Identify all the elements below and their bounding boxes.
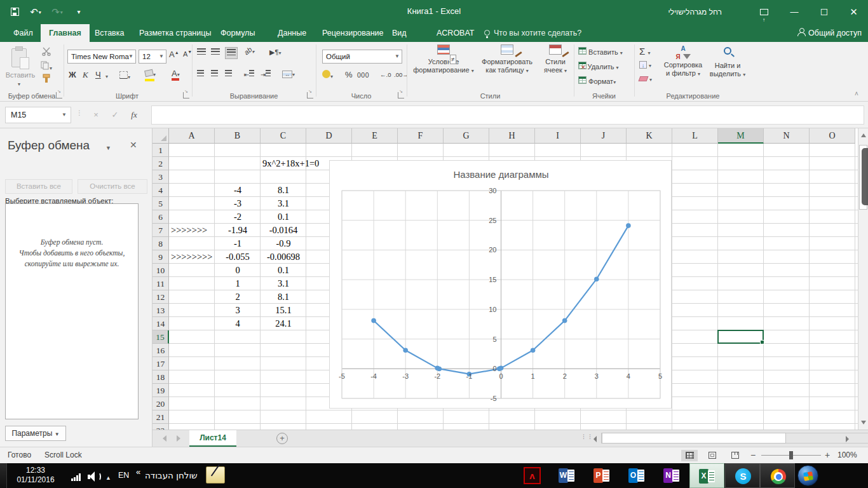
alignment-dialog-launcher[interactable] (307, 92, 313, 98)
cell-B5[interactable]: -3 (215, 197, 261, 210)
autosum-button[interactable]: Σ ▾ (639, 46, 650, 57)
column-header-A[interactable]: A (169, 128, 215, 144)
paste-all-button[interactable]: Вставить все (5, 179, 72, 194)
tabbar-splitter[interactable]: ⋮⋮ (581, 433, 593, 440)
cell-B12[interactable]: 2 (215, 290, 261, 304)
cell-B7[interactable]: -1.94 (215, 224, 261, 237)
cell-C12[interactable]: 8.1 (261, 290, 306, 304)
italic-button[interactable]: К (83, 70, 88, 80)
orientation-button[interactable]: ab▾ (244, 47, 254, 55)
row-header-16[interactable]: 16 (153, 344, 169, 357)
column-header-N[interactable]: N (764, 128, 810, 144)
column-header-O[interactable]: O (810, 128, 855, 144)
horizontal-scroll-thumb[interactable] (602, 433, 786, 444)
column-header-C[interactable]: C (261, 128, 306, 144)
cell-styles-button[interactable]: Стилиячеек ▾ (539, 44, 572, 75)
column-header-L[interactable]: L (672, 128, 718, 144)
cell-C8[interactable]: -0.9 (261, 237, 306, 250)
fill-button[interactable]: ↓ ▾ (639, 61, 651, 69)
taskbar-powerpoint-icon[interactable]: P (585, 463, 620, 488)
percent-style-button[interactable]: % (345, 70, 353, 79)
next-sheet-arrow[interactable] (177, 435, 180, 442)
format-painter-button[interactable] (39, 74, 53, 85)
tab-review[interactable]: Рецензирование (314, 24, 392, 42)
sort-filter-button[interactable]: АЯ Сортировкаи фильтр ▾ (658, 44, 708, 78)
cell-C10[interactable]: 0.1 (261, 264, 306, 277)
row-header-7[interactable]: 7 (153, 224, 169, 237)
toolbar-chevrons[interactable]: « (136, 467, 140, 477)
taskbar-skype-icon[interactable]: S (725, 463, 760, 488)
taskbar-chrome-icon[interactable] (760, 463, 795, 488)
taskbar-start-icon[interactable] (797, 463, 823, 488)
zoom-level[interactable]: 100% (837, 451, 857, 459)
cell-A7[interactable]: >>>>>>> (169, 224, 207, 237)
add-sheet-button[interactable]: + (276, 433, 288, 444)
language-indicator[interactable]: EN (118, 471, 129, 480)
align-left-button[interactable] (197, 70, 204, 78)
insert-cells-button[interactable]: Вставить ▾ (578, 47, 633, 56)
close-button[interactable]: ✕ (839, 0, 868, 24)
row-header-22[interactable]: 22 (153, 424, 169, 430)
pane-close-icon[interactable]: ✕ (130, 140, 137, 150)
cell-B4[interactable]: -4 (215, 184, 261, 197)
tab-file[interactable]: Файл (5, 24, 41, 42)
row-header-10[interactable]: 10 (153, 264, 169, 277)
ribbon-display-options-button[interactable] (750, 0, 779, 24)
accounting-format-button[interactable]: ▾ (322, 70, 333, 79)
desktop-toolbar-label[interactable]: שולחן העבודה (145, 470, 198, 480)
cell-C14[interactable]: 24.1 (261, 317, 306, 330)
column-header-F[interactable]: F (398, 128, 444, 144)
formula-input[interactable] (151, 105, 864, 125)
cell-C11[interactable]: 3.1 (261, 277, 306, 290)
align-middle-button[interactable] (211, 48, 220, 57)
cell-C9[interactable]: -0.00698 (261, 250, 306, 264)
decrease-font-button[interactable]: A▼ (183, 50, 192, 58)
font-size-combo[interactable]: 12▼ (139, 50, 166, 64)
row-header-4[interactable]: 4 (153, 184, 169, 197)
font-color-button[interactable]: А▾ (172, 69, 180, 78)
vscroll-down-arrow[interactable] (861, 421, 866, 424)
fill-color-button[interactable]: ▾ (145, 70, 156, 78)
share-button[interactable]: Общий доступ (797, 24, 862, 42)
merge-center-button[interactable]: ↔▾ (282, 70, 295, 78)
options-button[interactable]: Параметры ▼ (5, 426, 66, 441)
borders-button[interactable]: ▾ (119, 71, 130, 80)
paste-button[interactable]: Вставить ▾ (3, 44, 38, 89)
tell-me-box[interactable]: Что вы хотите сделать? (484, 24, 581, 42)
font-name-combo[interactable]: Times New Roma▼ (67, 50, 136, 64)
cell-B9[interactable]: -0.055 (215, 250, 261, 264)
format-as-table-button[interactable]: Форматироватькак таблицу ▾ (477, 44, 538, 75)
cell-C2[interactable]: 9x^2+18x+1=0 (261, 157, 319, 170)
row-header-9[interactable]: 9 (153, 250, 169, 264)
row-header-15[interactable]: 15 (153, 330, 169, 344)
cell-C4[interactable]: 8.1 (261, 184, 306, 197)
align-bottom-button[interactable] (225, 47, 238, 59)
pane-dropdown-icon[interactable]: ▼ (105, 145, 111, 151)
taskbar-outlook-icon[interactable]: O (620, 463, 654, 488)
tab-page-layout[interactable]: Разметка страницы (131, 24, 219, 42)
cancel-entry-button[interactable]: × (88, 107, 104, 123)
row-header-5[interactable]: 5 (153, 197, 169, 210)
align-right-button[interactable] (225, 70, 232, 78)
embedded-chart[interactable]: -5-4-3-2-1012345-5051015202530Название д… (329, 160, 672, 409)
namebox-splitter[interactable]: ⋮ (76, 109, 83, 116)
cell-C13[interactable]: 15.1 (261, 304, 306, 317)
column-header-D[interactable]: D (306, 128, 352, 144)
zoom-slider-thumb[interactable] (789, 451, 793, 459)
cut-button[interactable] (39, 47, 53, 57)
column-header-I[interactable]: I (535, 128, 581, 144)
hscroll-left-arrow[interactable] (593, 436, 597, 442)
increase-font-button[interactable]: A▲ (169, 50, 179, 59)
column-header-G[interactable]: G (444, 128, 489, 144)
number-dialog-launcher[interactable] (398, 92, 404, 98)
name-box[interactable]: M15▼ (5, 107, 71, 123)
align-top-button[interactable] (197, 48, 206, 57)
minimize-button[interactable]: — (780, 0, 809, 24)
increase-indent-button[interactable]: ⇥ (261, 70, 271, 78)
cell-B10[interactable]: 0 (215, 264, 261, 277)
zoom-out-button[interactable]: − (750, 450, 756, 460)
column-header-K[interactable]: K (627, 128, 672, 144)
confirm-entry-button[interactable]: ✓ (107, 107, 123, 123)
cell-B8[interactable]: -1 (215, 237, 261, 250)
decrease-indent-button[interactable]: ⇤ (244, 70, 254, 78)
